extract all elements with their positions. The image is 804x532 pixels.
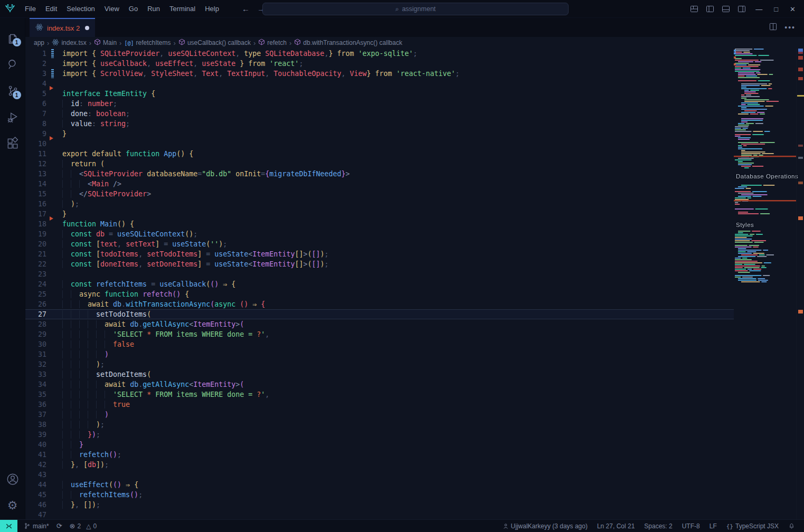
line-number[interactable]: 2 [25, 59, 49, 69]
line-number[interactable]: 23 [25, 269, 49, 279]
code-line[interactable]: 7 done: boolean; [25, 109, 734, 119]
breadcrumb-item[interactable]: [@]refetchItems [124, 39, 171, 46]
code-line[interactable]: 33 setDoneItems( [25, 369, 734, 379]
line-number[interactable]: 21 [25, 249, 49, 259]
overview-ruler[interactable] [796, 49, 804, 519]
breadcrumb-item[interactable]: refetch [258, 39, 287, 47]
code-line[interactable]: 43 [25, 470, 734, 480]
code-line[interactable]: 16 ); [25, 199, 734, 209]
code-line[interactable]: 45 refetchItems(); [25, 490, 734, 500]
status-spaces-2[interactable]: Spaces: 2 [639, 520, 677, 532]
menu-help[interactable]: Help [200, 0, 224, 18]
activity-search-icon[interactable] [0, 52, 25, 77]
code-line[interactable]: 9} [25, 129, 734, 139]
line-number[interactable]: 6 [25, 99, 49, 109]
menu-selection[interactable]: Selection [62, 0, 99, 18]
code-line[interactable]: 26 await db.withTransactionAsync(async (… [25, 299, 734, 309]
code-line[interactable]: 41 refetch(); [25, 450, 734, 460]
breadcrumb-item[interactable]: useCallback() callback [178, 39, 251, 47]
line-number[interactable]: 14 [25, 179, 49, 189]
code-line[interactable]: 36 true [25, 400, 734, 410]
line-number[interactable]: 22 [25, 259, 49, 269]
status-error[interactable]: ⊗2△0 [66, 520, 101, 532]
code-line[interactable]: 35 'SELECT * FROM items WHERE done = ?', [25, 390, 734, 400]
code-line[interactable]: 5interface ItemEntity { [25, 89, 734, 99]
code-line[interactable]: 23 [25, 269, 734, 279]
line-number[interactable]: 24 [25, 279, 49, 289]
status-ln-27-col-21[interactable]: Ln 27, Col 21 [592, 520, 639, 532]
code-line[interactable]: 27 setTodoItems( [25, 309, 734, 319]
line-number[interactable]: 4 [25, 79, 49, 89]
code-line[interactable]: 10 [25, 139, 734, 149]
code-line[interactable]: 1import { SQLiteProvider, useSQLiteConte… [25, 49, 734, 59]
line-number[interactable]: 13 [25, 169, 49, 179]
line-number[interactable]: 35 [25, 390, 49, 400]
line-number[interactable]: 42 [25, 460, 49, 470]
line-number[interactable]: 26 [25, 299, 49, 309]
menu-terminal[interactable]: Terminal [165, 0, 200, 18]
code-line[interactable]: 30 false [25, 339, 734, 349]
code-line[interactable]: 38 ); [25, 420, 734, 430]
fold-marker-icon[interactable] [50, 216, 53, 221]
code-line[interactable]: 22 const [doneItems, setDoneItems] = use… [25, 259, 734, 269]
status-typescript-jsx[interactable]: {}TypeScript JSX [722, 520, 783, 532]
code-line[interactable]: 15 </SQLiteProvider> [25, 189, 734, 199]
line-number[interactable]: 10 [25, 139, 49, 149]
line-number[interactable]: 37 [25, 410, 49, 420]
code-line[interactable]: 44 useEffect(() ⇒ { [25, 480, 734, 490]
line-number[interactable]: 27 [25, 309, 49, 319]
close-icon[interactable]: ✕ [788, 5, 798, 13]
minimize-icon[interactable]: — [753, 5, 764, 13]
activity-settings-icon[interactable]: ⚙ [0, 493, 25, 518]
nav-back-icon[interactable]: ← [242, 4, 250, 13]
fold-marker-icon[interactable] [50, 86, 53, 90]
code-line[interactable]: 42 }, [db]); [25, 460, 734, 470]
code-line[interactable]: 14 <Main /> [25, 179, 734, 189]
menu-view[interactable]: View [100, 0, 124, 18]
code-line[interactable]: 8 value: string; [25, 119, 734, 129]
status-lf[interactable]: LF [705, 520, 722, 532]
more-actions-icon[interactable]: ••• [784, 23, 796, 32]
line-number[interactable]: 28 [25, 319, 49, 329]
fold-marker-icon[interactable] [50, 136, 53, 140]
line-number[interactable]: 39 [25, 430, 49, 440]
code-line[interactable]: 20 const [text, setText] = useState(''); [25, 239, 734, 249]
code-line[interactable]: 29 'SELECT * FROM items WHERE done = ?', [25, 329, 734, 339]
breadcrumb-item[interactable]: index.tsx [52, 39, 86, 48]
command-search-box[interactable]: ⌕ assignment [262, 3, 569, 15]
line-number[interactable]: 29 [25, 329, 49, 339]
code-line[interactable]: 46 }, []); [25, 500, 734, 510]
code-line[interactable]: 31 ) [25, 349, 734, 359]
code-line[interactable]: 13 <SQLiteProvider databaseName="db.db" … [25, 169, 734, 179]
code-line[interactable]: 39 }); [25, 430, 734, 440]
status-branch[interactable]: main* [20, 520, 53, 532]
line-number[interactable]: 40 [25, 440, 49, 450]
code-line[interactable]: 4 [25, 79, 734, 89]
code-line[interactable]: 34 await db.getAllAsync<ItemEntity>( [25, 379, 734, 390]
line-number[interactable]: 43 [25, 470, 49, 480]
menu-go[interactable]: Go [124, 0, 143, 18]
status-sync[interactable]: ⟳ [53, 520, 66, 532]
line-number[interactable]: 31 [25, 349, 49, 359]
line-number[interactable]: 36 [25, 400, 49, 410]
line-number[interactable]: 46 [25, 500, 49, 510]
menu-run[interactable]: Run [143, 0, 165, 18]
code-line[interactable]: 11export default function App() { [25, 149, 734, 159]
code-line[interactable]: 25 async function refetch() { [25, 289, 734, 299]
breadcrumb-item[interactable]: app [34, 39, 44, 46]
code-line[interactable]: 28 await db.getAllAsync<ItemEntity>( [25, 319, 734, 329]
toggle-panel-icon[interactable] [722, 5, 730, 13]
line-number[interactable]: 25 [25, 289, 49, 299]
toggle-primary-sidebar-icon[interactable] [706, 5, 714, 13]
line-number[interactable]: 33 [25, 369, 49, 379]
line-number[interactable]: 1 [25, 49, 49, 59]
unsaved-dot-icon[interactable] [85, 26, 89, 30]
breadcrumb-item[interactable]: db.withTransactionAsync() callback [294, 39, 402, 47]
code-line[interactable]: 37 ) [25, 410, 734, 420]
line-number[interactable]: 32 [25, 359, 49, 369]
status-bell[interactable] [783, 520, 800, 532]
code-area[interactable]: 1import { SQLiteProvider, useSQLiteConte… [25, 49, 734, 519]
line-number[interactable]: 47 [25, 510, 49, 519]
code-line[interactable]: 17} [25, 209, 734, 219]
code-line[interactable]: 47 [25, 510, 734, 519]
